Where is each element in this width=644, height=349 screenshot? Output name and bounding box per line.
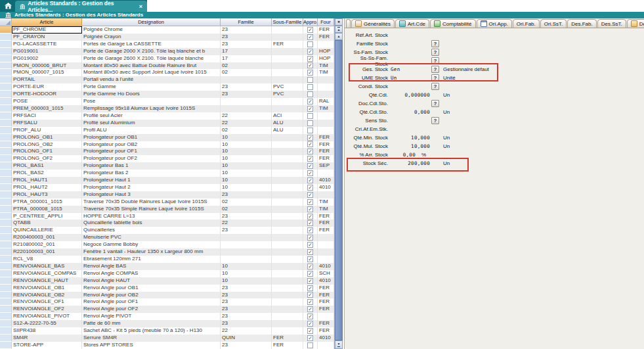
cell-fournisseur[interactable]: FER (318, 285, 334, 292)
appro-checkbox[interactable]: ✓ (307, 27, 313, 33)
row-selector[interactable] (0, 134, 12, 141)
cell-article[interactable]: P_CENTREE_APPLI (12, 213, 82, 220)
cell-fournisseur[interactable] (318, 76, 334, 83)
cell-famille[interactable]: 23 (221, 227, 272, 234)
row-selector[interactable] (0, 184, 12, 191)
tab-des-fab[interactable]: Des.Fab. (567, 19, 596, 28)
table-row[interactable]: R200400003_001Menuiserie PVC✓ (0, 234, 334, 241)
cell-sous-famille[interactable] (272, 292, 303, 299)
appro-checkbox[interactable]: ✓ (307, 163, 313, 169)
cell-famille[interactable]: 10 (221, 155, 272, 162)
table-row[interactable]: STORE-APPStores APP STORES23FER (0, 342, 334, 349)
row-selector[interactable] (0, 112, 12, 120)
appro-checkbox[interactable]: ✓ (307, 214, 313, 220)
appro-checkbox[interactable] (307, 120, 313, 126)
cell-sous-famille[interactable] (272, 320, 303, 327)
cell-fournisseur[interactable]: TIM (318, 206, 334, 213)
cell-sous-famille[interactable] (272, 48, 303, 55)
cell-designation[interactable]: Profil ALU (82, 127, 221, 134)
row-selector[interactable] (0, 206, 12, 213)
cell-fournisseur[interactable]: HOP (318, 55, 334, 62)
table-row[interactable]: RENVOIANGLE_PIVOTRenvoi Angle PIVOT23✓ (0, 313, 334, 320)
appro-checkbox[interactable] (307, 84, 313, 90)
cell-article[interactable]: POSE (12, 98, 82, 105)
table-row[interactable]: PTRA_000008_1015Traverse 70x35 Simple Ra… (0, 206, 334, 213)
tab-art-cde[interactable]: Art.Cde (395, 19, 429, 28)
cell-sous-famille[interactable]: ACI (272, 112, 303, 120)
table-row[interactable]: R220100003_001Fenêtre 1 vantail - Hauteu… (0, 248, 334, 256)
cell-fournisseur[interactable]: TIM (318, 198, 334, 206)
cell-appro[interactable]: ✓ (303, 335, 318, 342)
cell-fournisseur[interactable]: FER (318, 327, 334, 335)
cell-appro[interactable] (303, 91, 318, 98)
cell-sous-famille[interactable]: PVC (272, 91, 303, 98)
cell-designation[interactable]: Fenêtre 1 vantail - Hauteur 1350 x Large… (82, 248, 221, 256)
table-row[interactable]: P_CENTREE_APPLIHOPPE CARRE L=1323✓FER (0, 213, 334, 220)
cell-designation[interactable]: Prolongateur pour OF1 (82, 148, 221, 155)
cell-designation[interactable]: Ebrasement 120mm 271 (82, 256, 221, 263)
cell-fournisseur[interactable] (318, 91, 334, 98)
cell-designation[interactable]: Portail vendu à l'unité (82, 76, 221, 83)
cell-designation[interactable]: Patte de 60 mm (82, 320, 221, 327)
cell-designation[interactable]: Prolongateur Haut 3 (82, 191, 221, 198)
cell-sous-famille[interactable]: ALU (272, 127, 303, 134)
cell-fournisseur[interactable] (318, 83, 334, 91)
row-selector[interactable] (0, 306, 12, 313)
cell-article[interactable]: PRFSALU (12, 120, 82, 127)
help-button[interactable]: ? (431, 100, 439, 107)
appro-checkbox[interactable]: ✓ (307, 292, 313, 298)
row-selector[interactable] (0, 285, 12, 292)
table-row[interactable]: S12-A-2222-70-55Patte de 60 mm23✓FER (0, 320, 334, 327)
table-row[interactable]: PF_CRAYONPoignée Crayon23✓FER (0, 34, 334, 41)
cell-famille[interactable]: 10 (221, 170, 272, 177)
cell-designation[interactable]: Renvoi Angle PIVOT (82, 313, 221, 320)
cell-fournisseur[interactable] (318, 241, 334, 248)
cell-sous-famille[interactable] (272, 227, 303, 234)
table-row[interactable]: RENVOIANGLE_COMPASRenvoi Angle COMPAS10✓… (0, 270, 334, 277)
table-row[interactable]: R210800002_001Negoce Gamme Bobby✓ (0, 241, 334, 248)
row-selector[interactable] (0, 55, 12, 62)
cell-famille[interactable] (221, 256, 272, 263)
cell-sous-famille[interactable] (272, 213, 303, 220)
column-header-appro[interactable]: Appro. (303, 18, 318, 26)
cell-article[interactable]: STORE-APP (12, 342, 82, 349)
cell-sous-famille[interactable] (272, 248, 303, 256)
cell-sous-famille[interactable]: FER (272, 335, 303, 342)
cell-fournisseur[interactable] (318, 112, 334, 120)
cell-article[interactable]: RENVOIANGLE_COMPAS (12, 270, 82, 277)
cell-famille[interactable]: 23 (221, 41, 272, 48)
cell-famille[interactable]: 10 (221, 141, 272, 149)
cell-article[interactable]: RENVOIANGLE_OB2 (12, 292, 82, 299)
cell-article[interactable]: PMON_000006_BRUT (12, 62, 82, 70)
cell-sous-famille[interactable] (272, 306, 303, 313)
cell-famille[interactable]: 02 (221, 206, 272, 213)
table-row[interactable]: RENVOIANGLE_OB1Renvoi Angle pour OB123✓F… (0, 285, 334, 292)
cell-sous-famille[interactable] (272, 177, 303, 184)
cell-appro[interactable]: ✓ (303, 162, 318, 170)
cell-appro[interactable] (303, 120, 318, 127)
cell-designation[interactable]: Porte Gamme Ho Doors (82, 91, 221, 98)
help-button[interactable]: ? (431, 117, 439, 124)
field-value[interactable]: Gen (391, 66, 430, 72)
cell-sous-famille[interactable] (272, 155, 303, 162)
appro-checkbox[interactable]: ✓ (307, 62, 313, 68)
cell-article[interactable]: SM4R (12, 335, 82, 342)
cell-article[interactable]: PROL_HAUT3 (12, 191, 82, 198)
cell-sous-famille[interactable] (272, 76, 303, 83)
cell-fournisseur[interactable] (318, 342, 334, 349)
cell-fournisseur[interactable]: TIM (318, 105, 334, 112)
column-header-famille[interactable]: Famille (221, 18, 272, 26)
cell-appro[interactable]: ✓ (303, 270, 318, 277)
table-row[interactable]: PTRA_000001_1015Traverse 70x35 Double Ra… (0, 198, 334, 206)
cell-famille[interactable]: 10 (221, 184, 272, 191)
cell-famille[interactable]: 23 (221, 313, 272, 320)
cell-appro[interactable]: ✓ (303, 184, 318, 191)
appro-checkbox[interactable]: ✓ (307, 206, 313, 212)
cell-famille[interactable]: 23 (221, 285, 272, 292)
cell-famille[interactable]: 22 (221, 327, 272, 335)
appro-checkbox[interactable] (307, 128, 313, 133)
table-row[interactable]: PROLONG_OB2Prolongateur pour OB210✓FER (0, 141, 334, 149)
cell-appro[interactable]: ✓ (303, 69, 318, 76)
cell-sous-famille[interactable] (272, 26, 303, 34)
cell-sous-famille[interactable] (272, 162, 303, 170)
